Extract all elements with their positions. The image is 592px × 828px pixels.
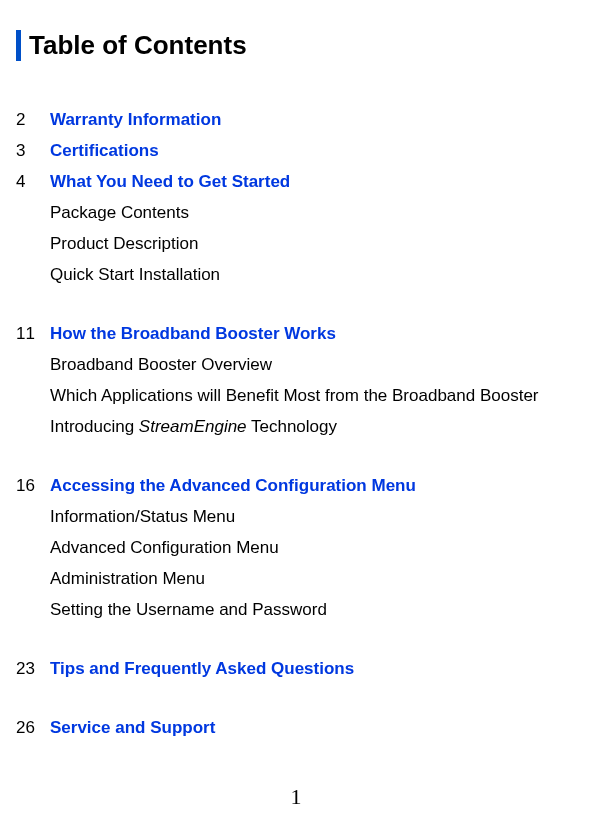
- toc-subentry: Introducing StreamEngine Technology: [50, 418, 582, 435]
- toc-page-number: 23: [16, 660, 50, 677]
- toc-subentry: Broadband Booster Overview: [50, 356, 582, 373]
- toc-subentry: Which Applications will Benefit Most fro…: [50, 387, 582, 404]
- toc-subentry: Information/Status Menu: [50, 508, 582, 525]
- toc-entry: 4 What You Need to Get Started: [16, 173, 582, 190]
- toc-link-tips-faq[interactable]: Tips and Frequently Asked Questions: [50, 660, 354, 677]
- toc-page-number: 16: [16, 477, 50, 494]
- toc-entry: 26 Service and Support: [16, 719, 582, 736]
- toc-link-service-support[interactable]: Service and Support: [50, 719, 215, 736]
- toc-link-get-started[interactable]: What You Need to Get Started: [50, 173, 290, 190]
- table-of-contents: 2 Warranty Information 3 Certifications …: [16, 111, 582, 736]
- toc-page-number: 4: [16, 173, 50, 190]
- toc-subentry: Package Contents: [50, 204, 582, 221]
- toc-page-number: 26: [16, 719, 50, 736]
- toc-link-advanced-config[interactable]: Accessing the Advanced Configuration Men…: [50, 477, 416, 494]
- toc-page-number: 3: [16, 142, 50, 159]
- toc-subentry: Product Description: [50, 235, 582, 252]
- toc-entry: 2 Warranty Information: [16, 111, 582, 128]
- footer-page-number: 1: [0, 784, 592, 810]
- toc-entry: 16 Accessing the Advanced Configuration …: [16, 477, 582, 494]
- toc-page-number: 11: [16, 325, 50, 342]
- toc-subentry: Setting the Username and Password: [50, 601, 582, 618]
- toc-subentry: Administration Menu: [50, 570, 582, 587]
- toc-subentry-text: Introducing: [50, 417, 139, 436]
- toc-subentry-text: Technology: [247, 417, 337, 436]
- toc-entry: 23 Tips and Frequently Asked Questions: [16, 660, 582, 677]
- toc-link-certifications[interactable]: Certifications: [50, 142, 159, 159]
- toc-link-warranty[interactable]: Warranty Information: [50, 111, 221, 128]
- title-block: Table of Contents: [16, 30, 582, 61]
- toc-subentry: Quick Start Installation: [50, 266, 582, 283]
- toc-page-number: 2: [16, 111, 50, 128]
- toc-entry: 11 How the Broadband Booster Works: [16, 325, 582, 342]
- toc-link-how-it-works[interactable]: How the Broadband Booster Works: [50, 325, 336, 342]
- page-title: Table of Contents: [29, 30, 582, 61]
- toc-subentry: Advanced Configuration Menu: [50, 539, 582, 556]
- toc-subentry-italic: StreamEngine: [139, 417, 247, 436]
- toc-entry: 3 Certifications: [16, 142, 582, 159]
